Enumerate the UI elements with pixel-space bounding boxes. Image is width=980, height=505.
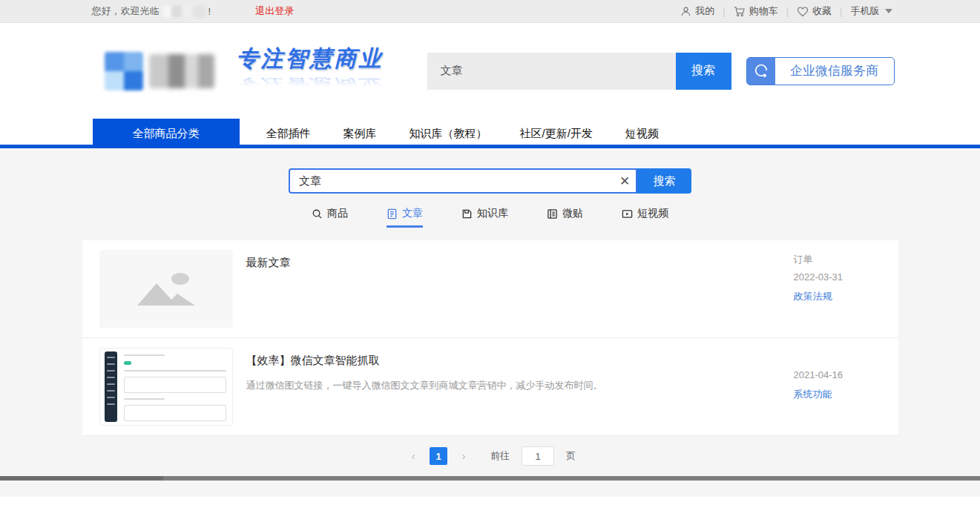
greeting-prefix: 您好，欢迎光临 [92,4,160,18]
blurred-logo-mark [105,52,143,90]
result-title[interactable]: 【效率】微信文章智能抓取 [246,354,794,368]
footer-strip [0,476,980,481]
tab-posts-label: 微贴 [562,207,583,220]
tab-knowledge-label: 知识库 [477,207,508,220]
my-account-label: 我的 [695,4,714,18]
result-search: ✕ 搜索 [289,168,691,194]
result-row[interactable]: 【效率】微信文章智能抓取 通过微信图文链接，一键导入微信图文文章到商城文章营销中… [82,338,898,436]
my-account-link[interactable]: 我的 [680,4,714,18]
goto-label: 前往 [490,449,510,463]
greeting-suffix: ! [208,6,211,17]
tab-videos[interactable]: 短视频 [622,207,668,228]
prev-page-icon[interactable]: ‹ [404,447,422,465]
logo-slogan: 专注智慧商业 专注智慧商业 [237,44,384,99]
result-search-input[interactable] [290,175,614,188]
wecom-icon [747,57,775,85]
result-meta-top: 订单 [794,253,881,264]
cart-label: 购物车 [749,4,778,18]
nav-knowledge-base[interactable]: 知识库（教程） [410,127,487,141]
main-content: ✕ 搜索 商品 文章 [0,148,980,497]
tab-articles-label: 文章 [402,207,423,220]
page-unit-label: 页 [566,449,576,463]
tab-knowledge[interactable]: 知识库 [461,207,508,228]
article-icon [387,208,398,220]
nav-all-categories[interactable]: 全部商品分类 [93,119,240,148]
knowledge-icon [461,208,473,220]
result-description: 通过微信图文链接，一键导入微信图文文章到商城文章营销中，减少手动发布时间。 [246,378,794,393]
site-logo[interactable] [105,48,216,94]
result-category-link[interactable]: 政策法规 [794,290,881,303]
clear-search-icon[interactable]: ✕ [614,174,636,189]
tab-goods-label: 商品 [327,207,348,220]
site-header: 专注智慧商业 专注智慧商业 搜索 企业微信服务商 [0,23,980,119]
heart-icon [797,6,809,17]
result-title[interactable]: 最新文章 [246,256,794,270]
nav-all-plugins[interactable]: 全部插件 [266,127,311,141]
user-icon [680,6,691,17]
mobile-version-label: 手机版 [851,4,880,18]
header-search-button[interactable]: 搜索 [676,53,731,90]
footer-strip-right [163,476,980,481]
page-1-button[interactable]: 1 [430,447,447,465]
next-page-icon[interactable]: › [455,447,473,465]
footer-strip-left [0,476,163,481]
thumb-admin-sidebar [105,351,117,422]
goto-page-input[interactable] [522,446,554,466]
blurred-logo-text [149,54,214,88]
cart-icon [734,6,746,17]
header-search: 搜索 [427,53,731,90]
header-search-input[interactable] [427,53,676,90]
divider: | [840,6,842,17]
greeting: 您好，欢迎光临 ! [92,4,211,18]
result-row[interactable]: 最新文章 订单 2022-03-31 政策法规 [82,240,898,338]
main-nav: 全部商品分类 全部插件 案例库 知识库（教程） 社区/更新/开发 短视频 [0,119,980,148]
tab-posts[interactable]: 微贴 [547,207,583,228]
slogan-text: 专注智慧商业 [237,44,384,74]
result-type-tabs: 商品 文章 知识库 微贴 [0,207,980,228]
nav-case-library[interactable]: 案例库 [343,127,377,141]
divider: | [786,6,789,17]
post-icon [547,208,558,220]
image-placeholder-icon [99,250,233,328]
tab-goods[interactable]: 商品 [312,207,348,228]
result-date: 2022-03-31 [794,271,881,283]
blurred-store-name [162,6,205,17]
chevron-down-icon [885,9,892,13]
result-date: 2021-04-16 [794,369,881,380]
nav-short-video[interactable]: 短视频 [625,127,659,141]
topbar: 您好，欢迎光临 ! 退出登录 我的 | 购物车 [0,0,980,23]
result-category-link[interactable]: 系统功能 [794,388,881,401]
search-icon [312,208,323,220]
video-icon [622,208,633,220]
results-card: 最新文章 订单 2022-03-31 政策法规 [82,240,898,436]
thumb-admin-form [124,354,226,419]
cart-link[interactable]: 购物车 [734,4,778,18]
pagination: ‹ 1 › 前往 页 [0,446,980,466]
slogan-reflection: 专注智慧商业 [237,75,384,92]
divider: | [723,6,725,17]
result-thumbnail-screenshot [99,348,233,426]
favorites-link[interactable]: 收藏 [797,4,832,18]
favorites-label: 收藏 [812,4,832,18]
wecom-service-badge[interactable]: 企业微信服务商 [746,57,895,85]
logout-link[interactable]: 退出登录 [255,4,294,18]
result-search-button[interactable]: 搜索 [637,168,691,194]
mobile-version-menu[interactable]: 手机版 [851,4,892,18]
tab-videos-label: 短视频 [637,207,668,220]
wecom-label: 企业微信服务商 [775,62,894,79]
nav-community[interactable]: 社区/更新/开发 [520,127,593,141]
tab-articles[interactable]: 文章 [387,207,423,228]
